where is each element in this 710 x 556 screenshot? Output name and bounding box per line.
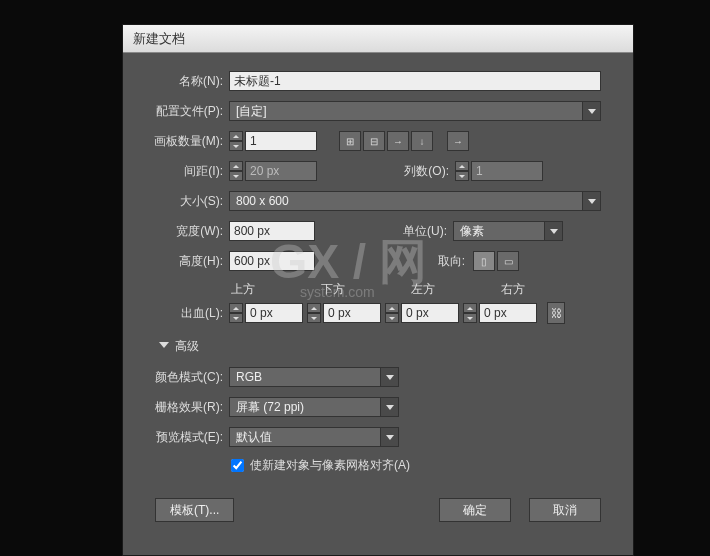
height-label: 高度(H):	[139, 253, 223, 270]
align-grid-label: 使新建对象与像素网格对齐(A)	[250, 457, 410, 474]
spacing-label: 间距(I):	[139, 163, 223, 180]
dialog-content: 名称(N): 配置文件(P): [自定] 画板数量(M): ⊞ ⊟ → ↓ → …	[123, 53, 633, 540]
size-label: 大小(S):	[139, 193, 223, 210]
width-label: 宽度(W):	[139, 223, 223, 240]
bleed-bottom-input[interactable]	[323, 303, 381, 323]
raster-select[interactable]: 屏幕 (72 ppi)	[229, 397, 399, 417]
advanced-toggle[interactable]: 高级	[159, 338, 617, 355]
chevron-down-icon	[582, 102, 600, 120]
raster-value: 屏幕 (72 ppi)	[236, 399, 304, 416]
units-select[interactable]: 像素	[453, 221, 563, 241]
dialog-title: 新建文档	[133, 30, 185, 48]
chevron-down-icon	[380, 398, 398, 416]
chevron-down-icon	[582, 192, 600, 210]
chevron-down-icon	[380, 368, 398, 386]
bleed-top-input[interactable]	[245, 303, 303, 323]
raster-label: 栅格效果(R):	[139, 399, 223, 416]
artboards-input[interactable]	[245, 131, 317, 151]
profile-label: 配置文件(P):	[139, 103, 223, 120]
dialog-titlebar[interactable]: 新建文档	[123, 25, 633, 53]
bleed-right-label: 右方	[501, 281, 563, 298]
color-mode-select[interactable]: RGB	[229, 367, 399, 387]
color-mode-label: 颜色模式(C):	[139, 369, 223, 386]
units-value: 像素	[460, 223, 484, 240]
bleed-right-input[interactable]	[479, 303, 537, 323]
height-input[interactable]	[229, 251, 315, 271]
bleed-top-label: 上方	[231, 281, 293, 298]
new-document-dialog: 新建文档 名称(N): 配置文件(P): [自定] 画板数量(M): ⊞ ⊟ →…	[122, 24, 634, 556]
preview-value: 默认值	[236, 429, 272, 446]
color-mode-value: RGB	[236, 370, 262, 384]
size-value: 800 x 600	[236, 194, 289, 208]
spacing-stepper	[229, 161, 243, 181]
grid-col-icon[interactable]: ⊟	[363, 131, 385, 151]
align-grid-checkbox[interactable]	[231, 459, 244, 472]
link-icon[interactable]: ⛓	[547, 302, 565, 324]
units-label: 单位(U):	[387, 223, 447, 240]
orientation-label: 取向:	[405, 253, 465, 270]
bleed-left-label: 左方	[411, 281, 473, 298]
preview-label: 预览模式(E):	[139, 429, 223, 446]
spacing-input	[245, 161, 317, 181]
columns-input	[471, 161, 543, 181]
columns-label: 列数(O):	[389, 163, 449, 180]
columns-stepper	[455, 161, 469, 181]
arrange-right-icon[interactable]: →	[387, 131, 409, 151]
bleed-top-stepper[interactable]	[229, 303, 243, 323]
bleed-bottom-stepper[interactable]	[307, 303, 321, 323]
profile-value: [自定]	[236, 103, 267, 120]
arrange-alt-icon[interactable]: →	[447, 131, 469, 151]
arrange-down-icon[interactable]: ↓	[411, 131, 433, 151]
preview-select[interactable]: 默认值	[229, 427, 399, 447]
bleed-left-input[interactable]	[401, 303, 459, 323]
template-button[interactable]: 模板(T)...	[155, 498, 234, 522]
bleed-label: 出血(L):	[139, 305, 223, 322]
cancel-button[interactable]: 取消	[529, 498, 601, 522]
advanced-label: 高级	[175, 338, 199, 355]
name-input[interactable]	[229, 71, 601, 91]
portrait-icon[interactable]: ▯	[473, 251, 495, 271]
profile-select[interactable]: [自定]	[229, 101, 601, 121]
artboards-label: 画板数量(M):	[139, 133, 223, 150]
ok-button[interactable]: 确定	[439, 498, 511, 522]
size-select[interactable]: 800 x 600	[229, 191, 601, 211]
chevron-down-icon	[380, 428, 398, 446]
chevron-down-icon	[544, 222, 562, 240]
landscape-icon[interactable]: ▭	[497, 251, 519, 271]
width-input[interactable]	[229, 221, 315, 241]
bleed-left-stepper[interactable]	[385, 303, 399, 323]
grid-row-icon[interactable]: ⊞	[339, 131, 361, 151]
artboards-stepper[interactable]	[229, 131, 243, 151]
bleed-bottom-label: 下方	[321, 281, 383, 298]
bleed-right-stepper[interactable]	[463, 303, 477, 323]
name-label: 名称(N):	[139, 73, 223, 90]
